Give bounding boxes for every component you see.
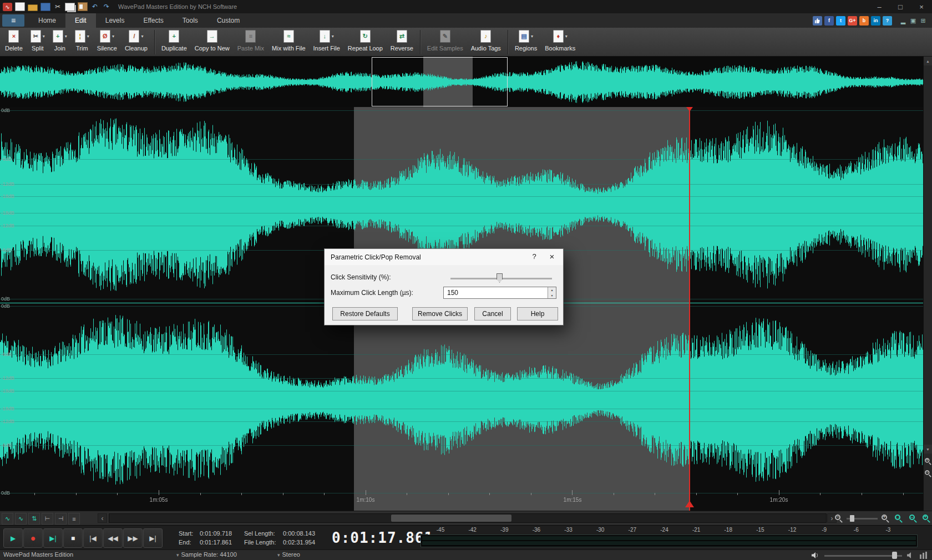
- tab-tools[interactable]: Tools: [173, 13, 207, 28]
- list-view-icon[interactable]: ≡: [68, 513, 80, 525]
- click-sensitivity-slider-thumb[interactable]: [497, 273, 503, 283]
- duplicate-button[interactable]: +Duplicate: [158, 28, 191, 57]
- save-file-icon[interactable]: [40, 3, 50, 11]
- maximize-button[interactable]: □: [890, 0, 911, 13]
- output-device-icon[interactable]: [906, 552, 915, 560]
- remove-clicks-button[interactable]: Remove Clicks: [412, 307, 468, 320]
- workspace-restore-icon[interactable]: ▣: [909, 17, 918, 24]
- overview-view-window[interactable]: [372, 57, 508, 106]
- zoom-selection-icon[interactable]: □: [894, 514, 903, 523]
- dialog-close-button[interactable]: ×: [548, 252, 556, 261]
- horizontal-scrollbar[interactable]: [109, 513, 827, 523]
- vertical-scrollbar[interactable]: ▲ ▼ + −: [923, 57, 932, 511]
- vertical-zoom-out-icon[interactable]: −: [924, 470, 932, 477]
- wave-dual-view-icon[interactable]: ∿: [15, 513, 27, 525]
- tab-edit[interactable]: Edit: [65, 13, 96, 28]
- silence-button[interactable]: Ø▾Silence: [93, 28, 121, 57]
- insert-file-button[interactable]: ↓▾Insert File: [310, 28, 344, 57]
- blog-icon[interactable]: b: [859, 16, 869, 26]
- like-icon[interactable]: [813, 16, 822, 26]
- cancel-button[interactable]: Cancel: [474, 307, 511, 320]
- regions-button[interactable]: ▤▾Regions: [511, 28, 541, 57]
- linkedin-icon[interactable]: in: [871, 16, 880, 26]
- paste-icon[interactable]: [78, 2, 88, 11]
- workspace-grid-icon[interactable]: ⊞: [919, 17, 928, 24]
- fast-forward-button[interactable]: ▶▶: [123, 528, 143, 548]
- file-length-label: File Length:: [244, 538, 283, 547]
- delete-button[interactable]: ×Delete: [1, 28, 27, 57]
- toolbar-button-label: Trim: [76, 45, 88, 52]
- sample-rate-select[interactable]: ▾Sample Rate: 44100: [176, 551, 237, 558]
- wave-view-icon[interactable]: ∿: [2, 513, 13, 525]
- vertical-zoom-in-icon[interactable]: +: [924, 457, 932, 465]
- play-button[interactable]: ▶: [3, 528, 23, 548]
- audio-tags-button[interactable]: ♪Audio Tags: [467, 28, 505, 57]
- next-button[interactable]: ▶|: [143, 528, 163, 548]
- googleplus-icon[interactable]: G+: [848, 16, 857, 26]
- snap-end-icon[interactable]: ⊣: [55, 513, 67, 525]
- dialog-titlebar[interactable]: Parametric Click/Pop Removal: [325, 249, 563, 265]
- reverse-button[interactable]: ⇄Reverse: [387, 28, 417, 57]
- menu-icon[interactable]: ≡: [2, 14, 24, 27]
- copy-icon[interactable]: [65, 3, 75, 11]
- max-click-length-input[interactable]: [443, 287, 556, 299]
- join-icon: +: [53, 30, 63, 43]
- split-button[interactable]: ✂▾Split: [27, 28, 49, 57]
- toolbar-button-label: Duplicate: [161, 45, 187, 52]
- trim-button[interactable]: ¦▾Trim: [71, 28, 93, 57]
- dialog-help-button[interactable]: ?: [530, 252, 539, 261]
- zoom-in-icon[interactable]: +: [881, 514, 890, 523]
- zoom-full-icon[interactable]: ↔: [909, 514, 918, 523]
- snap-start-icon[interactable]: ⊢: [42, 513, 53, 525]
- twitter-icon[interactable]: t: [836, 16, 845, 26]
- copy-to-new-button[interactable]: →Copy to New: [191, 28, 234, 57]
- record-button[interactable]: ●: [23, 528, 43, 548]
- levels-icon[interactable]: [920, 552, 927, 559]
- tab-levels[interactable]: Levels: [96, 13, 134, 28]
- undo-icon[interactable]: ↶: [90, 2, 99, 12]
- tab-custom[interactable]: Custom: [207, 13, 249, 28]
- horizontal-scrollbar-thumb[interactable]: [391, 515, 511, 522]
- facebook-icon[interactable]: f: [824, 16, 834, 26]
- tab-home[interactable]: Home: [29, 13, 65, 28]
- help-icon[interactable]: ?: [883, 16, 892, 26]
- titlebar: ∿✂↶↷ WavePad Masters Edition by NCH Soft…: [0, 0, 932, 13]
- playback-cursor[interactable]: [689, 107, 690, 511]
- volume-slider-thumb[interactable]: [892, 552, 897, 559]
- wave-scroll-view-icon[interactable]: ⇅: [28, 513, 40, 525]
- cursor-top-marker-icon[interactable]: [686, 107, 693, 111]
- redo-icon[interactable]: ↷: [102, 2, 111, 12]
- scroll-down-button[interactable]: ▼: [924, 445, 932, 454]
- new-file-icon[interactable]: [15, 2, 25, 11]
- tab-effects[interactable]: Effects: [134, 13, 173, 28]
- play-from-cursor-button[interactable]: ▶|: [43, 528, 63, 548]
- minimize-button[interactable]: –: [869, 0, 890, 13]
- rewind-button[interactable]: ◀◀: [103, 528, 123, 548]
- stop-button[interactable]: ■: [63, 528, 83, 548]
- cut-icon[interactable]: ✂: [53, 2, 62, 12]
- open-file-icon[interactable]: [28, 4, 38, 11]
- join-button[interactable]: +▾Join: [49, 28, 71, 57]
- cleanup-button[interactable]: /▾Cleanup: [121, 28, 151, 57]
- workspace-minimize-icon[interactable]: ▂: [899, 17, 908, 24]
- channels-select[interactable]: ▾Stereo: [277, 551, 300, 558]
- zoom-out-icon[interactable]: −: [834, 514, 843, 523]
- spinner-up-button[interactable]: ▲: [548, 287, 556, 293]
- mix-with-file-button[interactable]: ≈Mix with File: [268, 28, 310, 57]
- speaker-icon[interactable]: [811, 552, 820, 560]
- scroll-left-button[interactable]: ‹: [98, 513, 107, 523]
- time-ruler-label: 1m:20s: [770, 497, 788, 503]
- zoom-slider-thumb[interactable]: [850, 515, 854, 522]
- bookmarks-button[interactable]: ♦▾Bookmarks: [541, 28, 579, 57]
- previous-button[interactable]: |◀: [83, 528, 103, 548]
- zoom-vertical-icon[interactable]: +: [922, 514, 931, 523]
- help-button[interactable]: Help: [517, 307, 558, 320]
- repeat-loop-button[interactable]: ↻Repeat Loop: [344, 28, 387, 57]
- cursor-bottom-marker-icon[interactable]: [685, 501, 694, 507]
- duplicate-icon: +: [169, 30, 179, 43]
- scroll-up-button[interactable]: ▲: [924, 57, 932, 65]
- close-button[interactable]: ×: [911, 0, 932, 13]
- volume-slider[interactable]: [824, 555, 902, 557]
- spinner-down-button[interactable]: ▼: [548, 293, 556, 298]
- restore-defaults-button[interactable]: Restore Defaults: [332, 307, 398, 320]
